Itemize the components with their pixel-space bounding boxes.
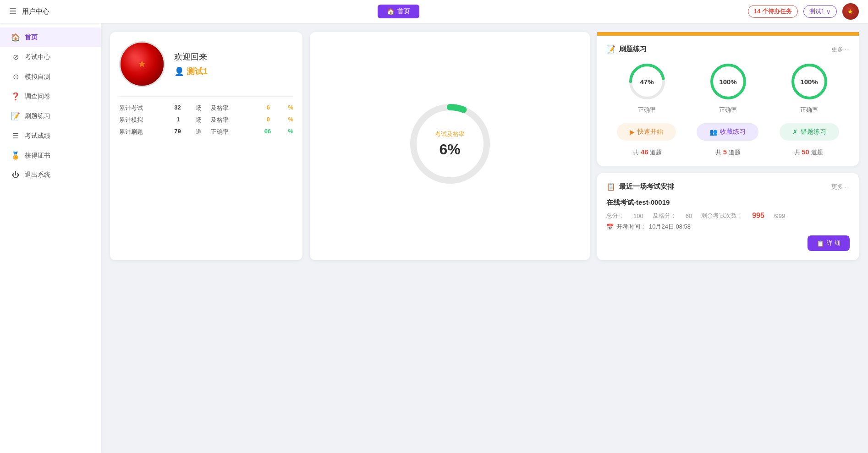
- count-3-unit: 道题: [811, 149, 823, 156]
- circle-2-text: 100%: [719, 78, 736, 86]
- exam-footer: 📋 详 细: [606, 235, 850, 251]
- mock-count-unit: 场: [196, 116, 202, 124]
- mock-count-label: 累计模拟: [119, 116, 143, 124]
- sidebar-item-drill[interactable]: 📝 刷题练习: [0, 106, 101, 126]
- stat-mock-pass: 及格率 0 %: [211, 116, 293, 124]
- profile-avatar: ★: [119, 41, 165, 87]
- remaining-total: /999: [774, 213, 785, 219]
- wrong-questions-icon: ✗: [792, 128, 798, 136]
- survey-icon: ❓: [11, 92, 20, 101]
- avatar[interactable]: ★: [842, 3, 859, 20]
- wrong-questions-label: 错题练习: [801, 128, 826, 136]
- mock-pass-val: 0: [267, 116, 270, 124]
- schedule-card: 📋 最近一场考试安排 更多 ··· 在线考试-test-00019 总分： 10…: [597, 173, 859, 260]
- topnav: ☰ 用户中心 🏠 首页 14 个待办任务 测试1 ∨ ★: [0, 0, 868, 23]
- pass-rate-label: 及格率: [211, 104, 229, 112]
- mock-test-icon: ⊙: [11, 72, 20, 81]
- exam-meta: 总分： 100 及格分： 60 剩余考试次数： 995 /999: [606, 212, 850, 220]
- circle-3-label: 正确率: [800, 106, 818, 114]
- home-nav-label: 首页: [397, 7, 410, 16]
- count-3: 共 50 道题: [794, 148, 823, 157]
- topnav-title: 用户中心: [22, 7, 49, 16]
- count-3-value: 50: [802, 148, 809, 156]
- drill-buttons: ▶ 快速开始 👥 收藏练习 ✗ 错题练习: [606, 123, 850, 141]
- user-menu[interactable]: 测试1 ∨: [803, 5, 837, 18]
- drill-count-label: 累计刷题: [119, 128, 143, 136]
- profile-top: ★: [119, 41, 293, 97]
- pass-rate-val: 6: [267, 104, 270, 112]
- favorites-icon: 👥: [709, 128, 717, 136]
- schedule-header: 📋 最近一场考试安排 更多 ···: [606, 182, 850, 191]
- exam-count-val: 32: [174, 104, 181, 112]
- count-3-prefix: 共: [794, 149, 802, 156]
- sidebar-item-mock-test[interactable]: ⊙ 模拟自测: [0, 67, 101, 87]
- exam-pass-value: 6%: [435, 141, 465, 158]
- profile-stats: 累计考试 32 场 及格率 6 % 累计模拟 1: [119, 97, 293, 136]
- mock-count-space: [159, 116, 161, 124]
- circle-2-progress: 100%: [708, 61, 749, 102]
- drill-more[interactable]: 更多 ···: [831, 45, 850, 54]
- count-2: 共 5 道题: [715, 148, 741, 157]
- sidebar-item-results[interactable]: ☰ 考试成绩: [0, 126, 101, 146]
- drill-card-header: 📝 刷题练习 更多 ···: [606, 45, 850, 54]
- sidebar-label-certificate: 获得证书: [25, 152, 50, 160]
- drill-count-val: 79: [174, 128, 181, 136]
- topnav-left: ☰ 用户中心: [9, 6, 49, 16]
- user-icon: 👤: [174, 67, 184, 76]
- drill-icon: 📝: [11, 112, 20, 120]
- menu-icon[interactable]: ☰: [9, 6, 16, 16]
- accuracy-val: 66: [264, 128, 271, 136]
- stat-accuracy: 正确率 66 %: [211, 128, 293, 136]
- count-1-prefix: 共: [633, 149, 641, 156]
- drill-more-icon: ···: [845, 46, 850, 53]
- home-nav-button[interactable]: 🏠 首页: [378, 5, 419, 18]
- exam-count-unit: 场: [196, 104, 202, 112]
- calendar-icon: 📅: [606, 224, 614, 230]
- quick-start-button[interactable]: ▶ 快速开始: [617, 123, 676, 141]
- drill-card: 📝 刷题练习 更多 ···: [597, 34, 859, 166]
- count-2-prefix: 共: [715, 149, 723, 156]
- task-badge[interactable]: 14 个待办任务: [748, 5, 798, 18]
- sidebar-label-survey: 调查问卷: [25, 93, 50, 101]
- circle-item-1: 47% 正确率: [626, 61, 668, 114]
- avatar-image: ★: [842, 3, 859, 20]
- sidebar-label-logout: 退出系统: [25, 171, 50, 179]
- drill-title: 📝 刷题练习: [606, 45, 647, 54]
- schedule-more-icon: ···: [845, 183, 850, 190]
- favorites-button[interactable]: 👥 收藏练习: [697, 123, 758, 141]
- accuracy-unit: %: [288, 128, 293, 136]
- drill-count-space: [158, 128, 159, 136]
- sidebar-item-certificate[interactable]: 🏅 获得证书: [0, 146, 101, 165]
- drill-title-icon: 📝: [606, 45, 615, 54]
- circle-1-progress: 47%: [626, 61, 668, 102]
- sidebar-item-survey[interactable]: ❓ 调查问卷: [0, 87, 101, 106]
- home-icon: 🏠: [11, 33, 20, 42]
- exam-count-space: [158, 104, 159, 112]
- remaining-label: 剩余考试次数：: [701, 212, 743, 220]
- task-count: 14: [754, 8, 760, 15]
- content-row-1: ★: [110, 32, 859, 260]
- drill-count-unit: 道: [196, 128, 202, 136]
- donut-center: 考试及格率 6%: [435, 130, 465, 158]
- task-label: 个待办任务: [762, 8, 792, 15]
- user-menu-label: 测试1: [809, 7, 824, 16]
- time-value: 10月24日 08:58: [649, 223, 691, 231]
- pass-rate-space: [247, 104, 249, 112]
- sidebar-label-home: 首页: [25, 33, 38, 42]
- profile-card: ★: [110, 32, 302, 260]
- remaining-count: 995: [752, 212, 764, 220]
- schedule-more[interactable]: 更多 ···: [831, 183, 850, 191]
- sidebar-item-logout[interactable]: ⏻ 退出系统: [0, 165, 101, 185]
- circle-3-text: 100%: [800, 78, 818, 86]
- detail-button[interactable]: 📋 详 细: [808, 235, 850, 251]
- drill-counts: 共 46 道题 共 5 道题 共 50 道题: [606, 148, 850, 157]
- logout-icon: ⏻: [11, 171, 20, 179]
- sidebar-item-exam-center[interactable]: ⊘ 考试中心: [0, 47, 101, 67]
- sidebar-item-home[interactable]: 🏠 首页: [0, 27, 101, 47]
- wrong-questions-button[interactable]: ✗ 错题练习: [780, 123, 839, 141]
- count-1: 共 46 道题: [633, 148, 662, 157]
- sidebar: 🏠 首页 ⊘ 考试中心 ⊙ 模拟自测 ❓ 调查问卷 📝 刷题练习 ☰ 考试成绩 …: [0, 23, 101, 453]
- quick-start-label: 快速开始: [637, 128, 663, 136]
- accuracy-label: 正确率: [211, 128, 229, 136]
- stat-drill-count: 累计刷题 79 道: [119, 128, 202, 136]
